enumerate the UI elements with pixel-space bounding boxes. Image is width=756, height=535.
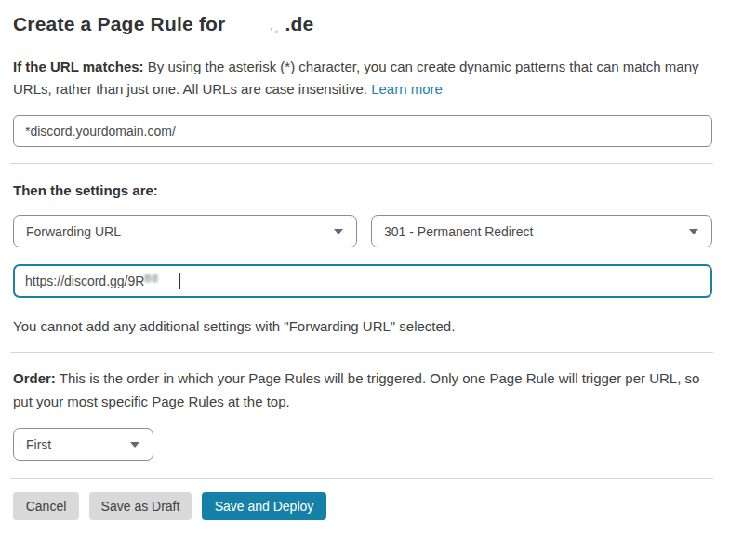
action-button-row: Cancel Save as Draft Save and Deploy	[13, 492, 728, 520]
destination-url-redacted: B8	[144, 273, 158, 284]
page-title: Create a Page Rule for.de	[13, 11, 728, 36]
cancel-button[interactable]: Cancel	[13, 492, 79, 520]
settings-heading: Then the settings are:	[13, 182, 728, 199]
order-label: Order:	[13, 370, 56, 386]
url-pattern-input[interactable]	[13, 115, 712, 147]
save-and-deploy-button[interactable]: Save and Deploy	[202, 492, 326, 520]
section-divider	[10, 478, 713, 479]
order-select-value: First	[26, 437, 51, 452]
save-as-draft-button[interactable]: Save as Draft	[89, 492, 192, 520]
section-divider	[10, 163, 713, 164]
create-page-rule-dialog: Create a Page Rule for.de If the URL mat…	[0, 0, 756, 535]
destination-url-value: https://discord.gg/9R	[25, 274, 144, 288]
learn-more-link[interactable]: Learn more	[371, 81, 443, 97]
redacted-domain	[225, 21, 285, 31]
redirect-type-select-value: 301 - Permanent Redirect	[384, 224, 533, 239]
order-description-text: This is the order in which your Page Rul…	[13, 370, 699, 409]
chevron-down-icon	[334, 229, 343, 234]
order-select[interactable]: First	[13, 428, 153, 461]
section-divider	[10, 352, 713, 353]
url-match-description: If the URL matches: By using the asteris…	[13, 56, 712, 100]
text-cursor	[179, 273, 180, 289]
setting-select-value: Forwarding URL	[26, 224, 121, 239]
forwarding-url-note: You cannot add any additional settings w…	[13, 317, 728, 336]
setting-select[interactable]: Forwarding URL	[13, 215, 357, 247]
redirect-type-select[interactable]: 301 - Permanent Redirect	[371, 215, 712, 247]
page-title-suffix: .de	[285, 13, 313, 34]
settings-select-row: Forwarding URL 301 - Permanent Redirect	[13, 215, 728, 247]
destination-url-input[interactable]: https://discord.gg/9RB8	[13, 264, 712, 298]
order-description: Order: This is the order in which your P…	[13, 367, 709, 413]
chevron-down-icon	[689, 229, 698, 234]
url-match-label: If the URL matches:	[13, 59, 144, 74]
chevron-down-icon	[130, 442, 139, 448]
page-title-prefix: Create a Page Rule for	[13, 13, 225, 34]
